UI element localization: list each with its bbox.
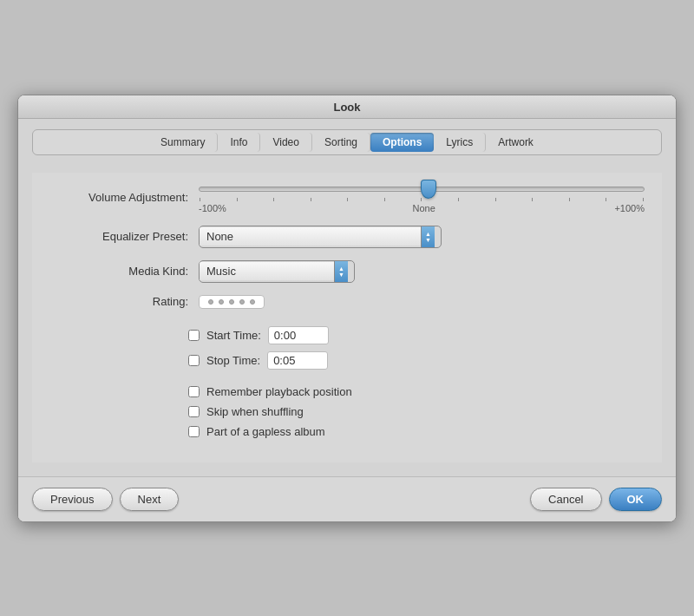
start-time-input[interactable] — [268, 326, 329, 344]
volume-label: Volume Adjustment: — [49, 191, 188, 204]
tab-video[interactable]: Video — [260, 133, 311, 152]
media-kind-select[interactable]: Music Podcast Audiobook TV Show Movie — [200, 262, 334, 280]
arrow-up-icon: ▲ — [425, 231, 431, 237]
start-time-checkbox[interactable] — [188, 330, 200, 341]
tab-options[interactable]: Options — [370, 133, 434, 152]
equalizer-select-arrows[interactable]: ▲ ▼ — [421, 226, 435, 247]
window-title: Look — [333, 101, 360, 114]
previous-button[interactable]: Previous — [32, 488, 113, 511]
action-buttons: Cancel OK — [530, 488, 662, 511]
remember-row: Remember playback position — [188, 385, 645, 398]
gapless-checkbox[interactable] — [188, 426, 200, 437]
skip-row: Skip when shuffling — [188, 405, 645, 418]
volume-slider-bg — [199, 187, 645, 192]
rating-control[interactable] — [199, 295, 265, 309]
cancel-button[interactable]: Cancel — [530, 488, 601, 511]
tick — [273, 198, 274, 201]
main-window: Look Summary Info Video Sorting Options … — [17, 95, 677, 522]
media-kind-select-wrap: Music Podcast Audiobook TV Show Movie ▲ … — [199, 260, 355, 283]
tick — [200, 198, 200, 201]
ok-button[interactable]: OK — [609, 488, 663, 511]
skip-checkbox[interactable] — [188, 406, 200, 417]
skip-label: Skip when shuffling — [206, 405, 304, 418]
stop-time-label: Stop Time: — [206, 354, 260, 367]
equalizer-select[interactable]: None Acoustic Bass Booster Classical Dan… — [200, 227, 421, 246]
rating-label: Rating: — [49, 295, 188, 308]
volume-slider-ticks — [199, 198, 645, 201]
media-kind-row: Media Kind: Music Podcast Audiobook TV S… — [49, 260, 645, 283]
volume-max-label: +100% — [614, 203, 645, 213]
stop-time-row: Stop Time: — [188, 351, 645, 370]
media-kind-label: Media Kind: — [49, 265, 188, 278]
volume-none-label: None — [412, 203, 435, 213]
tick — [421, 198, 422, 201]
gapless-label: Part of a gapless album — [206, 425, 325, 438]
equalizer-row: Equalizer Preset: None Acoustic Bass Boo… — [49, 226, 645, 248]
gapless-row: Part of a gapless album — [188, 425, 645, 438]
rating-dot-5[interactable] — [250, 299, 255, 305]
tick — [643, 198, 644, 201]
stop-time-checkbox[interactable] — [188, 355, 200, 366]
volume-slider-track[interactable] — [199, 181, 645, 197]
arrow-up-icon: ▲ — [338, 265, 344, 272]
media-kind-select-arrows[interactable]: ▲ ▼ — [334, 261, 348, 282]
tick — [569, 198, 570, 201]
tick — [532, 198, 533, 201]
remember-checkbox[interactable] — [188, 386, 200, 397]
volume-row: Volume Adjustment: — [49, 181, 645, 213]
title-bar: Look — [18, 95, 676, 119]
equalizer-select-wrap: None Acoustic Bass Booster Classical Dan… — [199, 226, 442, 248]
arrow-down-icon: ▼ — [425, 237, 431, 243]
start-time-row: Start Time: — [188, 326, 645, 344]
volume-slider-labels: -100% None +100% — [199, 203, 645, 213]
tab-summary[interactable]: Summary — [148, 133, 218, 152]
tab-lyrics[interactable]: Lyrics — [434, 133, 486, 152]
tick — [347, 198, 348, 201]
remember-label: Remember playback position — [206, 385, 352, 398]
rating-dot-1[interactable] — [208, 299, 213, 305]
rating-dot-4[interactable] — [239, 299, 245, 305]
tick — [606, 198, 606, 201]
tab-bar: Summary Info Video Sorting Options Lyric… — [32, 129, 662, 155]
tab-sorting[interactable]: Sorting — [312, 133, 370, 152]
tab-artwork[interactable]: Artwork — [486, 133, 546, 152]
tick — [384, 198, 385, 201]
tick — [495, 198, 496, 201]
nav-buttons: Previous Next — [32, 488, 179, 511]
rating-dot-3[interactable] — [229, 299, 234, 305]
volume-min-label: -100% — [199, 203, 226, 213]
tick — [311, 198, 311, 201]
volume-slider-thumb[interactable] — [421, 180, 436, 199]
options-form: Volume Adjustment: — [32, 173, 662, 462]
volume-slider-container: -100% None +100% — [199, 181, 645, 213]
arrow-down-icon: ▼ — [338, 272, 344, 278]
tick — [237, 198, 238, 201]
tick — [458, 198, 459, 201]
next-button[interactable]: Next — [120, 488, 180, 511]
tab-info[interactable]: Info — [218, 133, 260, 152]
stop-time-input[interactable] — [267, 351, 328, 370]
start-time-label: Start Time: — [206, 329, 261, 342]
rating-dot-2[interactable] — [219, 299, 224, 305]
content-area: Summary Info Video Sorting Options Lyric… — [18, 119, 676, 476]
button-bar: Previous Next Cancel OK — [18, 476, 676, 521]
rating-row: Rating: — [49, 295, 645, 309]
equalizer-label: Equalizer Preset: — [49, 230, 188, 243]
